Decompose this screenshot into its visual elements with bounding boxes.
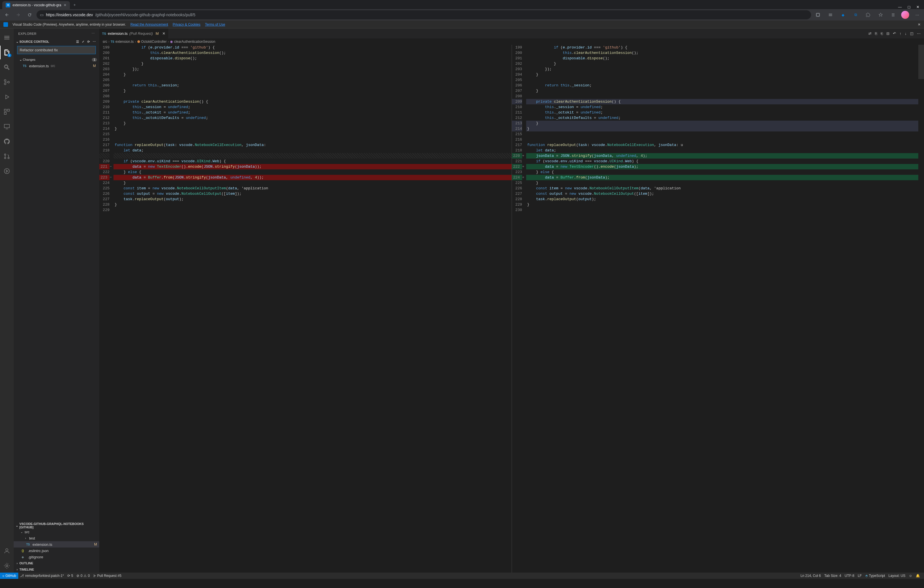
minimap[interactable] (918, 45, 924, 573)
activity-run-debug[interactable] (0, 90, 14, 104)
diff-left-pane[interactable]: 1992002012022032042052062072082092102112… (99, 45, 512, 573)
status-sync[interactable]: ⟳ 5 (66, 573, 75, 579)
status-language[interactable]: ⬘TypeScript (863, 574, 887, 578)
status-pr[interactable]: ⊱ Pull Request #5 (92, 573, 123, 579)
breadcrumb-folder[interactable]: src (103, 40, 107, 44)
repo-section-header[interactable]: ⌄ VSCODE-GITHUB-GRAPHQL-NOTEBOOKS [GITHU… (14, 522, 99, 529)
address-bar[interactable]: ▭ https://insiders.vscode.dev/github/joy… (36, 10, 811, 20)
right-code[interactable]: if (e.provider.id === 'github') { this.c… (526, 45, 919, 573)
down-arrow-icon[interactable]: ↓ (905, 31, 907, 36)
changes-header[interactable]: ⌄ Changes 1 (14, 56, 99, 63)
file-dir: src (51, 64, 55, 68)
revert-icon[interactable]: ↶ (893, 31, 896, 36)
breadcrumb-method[interactable]: clearAuthenticationSession (174, 40, 215, 44)
tab-file-name: extension.ts (108, 31, 127, 36)
extensions-icon[interactable] (863, 10, 873, 20)
tree-file-gitignore[interactable]: ◆ .gitignore (14, 554, 99, 560)
banner-link-announcement[interactable]: Read the Announcement (130, 23, 168, 26)
status-eol[interactable]: LF (856, 574, 863, 578)
activity-search[interactable] (0, 61, 14, 74)
close-tab-icon[interactable]: ✕ (162, 31, 165, 36)
split-editor-icon[interactable]: ◫ (910, 31, 914, 36)
collections-icon[interactable] (826, 10, 835, 20)
banner-link-privacy[interactable]: Privacy & Cookies (173, 23, 200, 26)
status-problems[interactable]: ⊘0 ⚠0 (75, 573, 91, 579)
left-code[interactable]: if (e.provider.id === 'github') { this.c… (114, 45, 512, 573)
tree-folder-test[interactable]: › test (14, 535, 99, 541)
more-icon[interactable]: ⋯ (92, 31, 95, 35)
up-arrow-icon[interactable]: ↑ (899, 31, 901, 36)
editor-area: TS extension.ts (Pull Request) M ✕ ⇄ ⎘ ⎗… (99, 28, 924, 573)
favorites-icon[interactable] (876, 10, 885, 20)
url-path: /github/joyceerhl/vscode-github-graphql-… (95, 13, 195, 17)
activity-source-control[interactable] (0, 75, 14, 89)
commit-icon[interactable]: ✓ (82, 40, 84, 44)
source-control-header[interactable]: ⌄ SOURCE CONTROL ☰ ✓ ⟳ ⋯ (14, 38, 99, 45)
browser-tab[interactable]: ⧉ extension.ts - vscode-github-gra ✕ (2, 1, 70, 9)
close-window-icon[interactable]: ✕ (916, 5, 919, 9)
commit-message-input[interactable] (17, 46, 96, 54)
activity-accounts[interactable] (0, 544, 14, 558)
json-file-icon: {} (21, 548, 26, 553)
activity-remote[interactable] (0, 120, 14, 134)
activity-explorer[interactable]: 1 (0, 46, 14, 59)
outline-header[interactable]: › OUTLINE (14, 560, 99, 567)
extension-icon-1[interactable]: ◆ (838, 10, 848, 20)
breadcrumbs[interactable]: src › TS extension.ts › ⬢ OctokitControl… (99, 38, 924, 45)
tree-file-eslintrc[interactable]: {} .eslintrc.json (14, 547, 99, 554)
more-actions-icon[interactable]: ⋯ (93, 40, 96, 44)
site-info-icon[interactable]: ▭ (40, 13, 44, 17)
diff-right-pane[interactable]: 1992002012022032042052062072082092102112… (512, 45, 924, 573)
activity-menu[interactable] (0, 31, 14, 45)
commit-input-field[interactable] (17, 46, 96, 54)
refresh-icon[interactable]: ⟳ (87, 40, 90, 44)
view-tree-icon[interactable]: ☰ (76, 40, 79, 44)
profile-avatar[interactable] (901, 11, 909, 19)
status-remote[interactable]: ⟐ GitHub (0, 573, 18, 579)
close-banner-icon[interactable]: ✕ (918, 23, 921, 26)
status-notifications[interactable]: 🔔 (914, 574, 922, 578)
compare-icon[interactable]: ⇄ (868, 31, 871, 36)
extension-icon-2[interactable]: ⧉ (851, 10, 860, 20)
reload-button[interactable] (25, 10, 34, 20)
tree-file-extension[interactable]: TS extension.ts M (14, 541, 99, 547)
menu-icon[interactable]: ⋯ (912, 10, 922, 20)
forward-button[interactable] (14, 10, 23, 20)
activity-settings[interactable] (0, 559, 14, 573)
new-tab-button[interactable]: ＋ (70, 0, 79, 9)
status-branch[interactable]: ⎇ remoteprforktest:patch-1* (18, 573, 65, 579)
status-cursor[interactable]: Ln 214, Col 6 (799, 574, 822, 578)
timeline-title: TIMELINE (20, 568, 34, 571)
tree-folder-src[interactable]: ⌄ src (14, 529, 99, 535)
install-app-icon[interactable] (813, 10, 822, 20)
timeline-header[interactable]: › TIMELINE (14, 567, 99, 573)
status-tab-size[interactable]: Tab Size: 4 (822, 574, 843, 578)
prev-icon[interactable]: ⎘ (875, 31, 877, 36)
sidebar-header: EXPLORER ⋯ (14, 28, 99, 38)
next-icon[interactable]: ⎗ (881, 31, 883, 36)
more-icon[interactable]: ⋯ (917, 31, 921, 36)
editor-tab[interactable]: TS extension.ts (Pull Request) M ✕ (99, 28, 168, 38)
breadcrumb-file[interactable]: extension.ts (116, 40, 134, 44)
chevron-right-icon: › (135, 40, 136, 44)
reading-list-icon[interactable]: ☰ (889, 10, 898, 20)
minimize-icon[interactable]: — (898, 5, 902, 9)
activity-pr[interactable] (0, 149, 14, 163)
minimap-thumb[interactable] (918, 45, 924, 79)
status-encoding[interactable]: UTF-8 (843, 574, 856, 578)
status-layout[interactable]: Layout: US (887, 574, 907, 578)
whitespace-icon[interactable]: ⊟ (886, 31, 889, 36)
chevron-down-icon: ⌄ (15, 524, 20, 527)
maximize-icon[interactable]: ◻ (908, 5, 911, 9)
activity-extensions[interactable] (0, 105, 14, 119)
breadcrumb-class[interactable]: OctokitController (141, 40, 167, 44)
back-button[interactable] (2, 10, 12, 20)
explorer-badge: 1 (7, 54, 12, 57)
banner-link-terms[interactable]: Terms of Use (205, 23, 225, 26)
activity-github[interactable] (0, 135, 14, 148)
activity-debug-alt[interactable] (0, 164, 14, 178)
changed-file-item[interactable]: TS extension.ts src M (14, 63, 99, 69)
sidebar-title: EXPLORER (18, 32, 36, 35)
status-feedback[interactable]: ☺ (907, 574, 914, 578)
close-icon[interactable]: ✕ (64, 3, 66, 7)
